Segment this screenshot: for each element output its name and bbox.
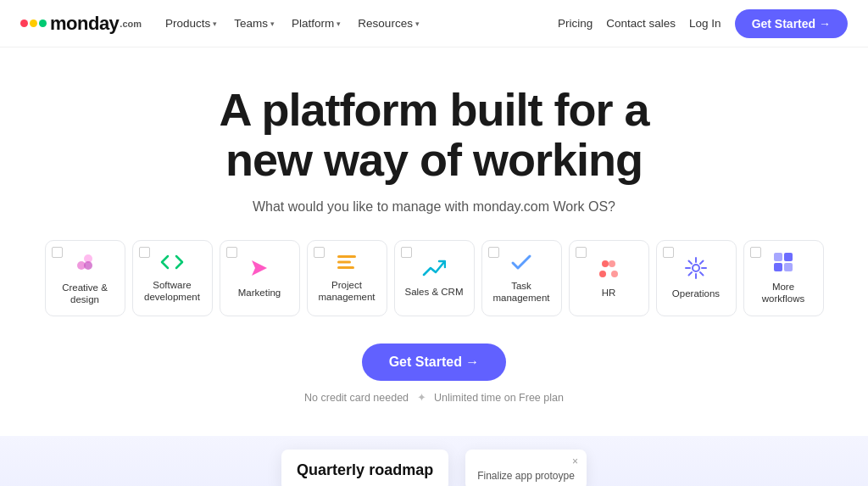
svg-marker-3 (252, 260, 267, 276)
navbar: monday.com Products▾ Teams▾ Platform▾ Re… (0, 0, 868, 47)
hero-section: A platform built for a new way of workin… (0, 47, 868, 427)
card-checkbox[interactable] (488, 247, 499, 258)
project-icon (336, 253, 358, 275)
cta-note: No credit card needed ✦ Unlimited time o… (17, 391, 851, 404)
workflow-label-marketing: Marketing (238, 288, 281, 299)
task-icon (509, 252, 533, 276)
card-checkbox[interactable] (401, 247, 412, 258)
bottom-preview: Quarterly roadmap × Finalize app protoyp… (0, 436, 868, 486)
preview-small-card: × Finalize app protoype (465, 450, 587, 486)
svg-rect-23 (784, 263, 793, 271)
svg-rect-20 (774, 253, 782, 261)
svg-rect-10 (611, 271, 618, 277)
hero-get-started-button[interactable]: Get Started → (362, 344, 507, 381)
workflow-card-hr[interactable]: HR (569, 240, 649, 316)
nav-resources[interactable]: Resources▾ (358, 17, 420, 30)
svg-point-11 (693, 265, 699, 271)
workflow-label-project: Projectmanagement (318, 280, 375, 304)
svg-line-17 (700, 272, 704, 276)
cta-section: Get Started → No credit card needed ✦ Un… (17, 340, 851, 411)
workflow-card-marketing[interactable]: Marketing (220, 240, 300, 316)
nav-links: Products▾ Teams▾ Platform▾ Resources▾ (165, 17, 420, 30)
navbar-left: monday.com Products▾ Teams▾ Platform▾ Re… (20, 13, 420, 35)
card-checkbox[interactable] (52, 247, 63, 258)
card-checkbox[interactable] (226, 247, 237, 258)
workflow-card-project[interactable]: Projectmanagement (307, 240, 387, 316)
workflow-label-creative: Creative &design (62, 282, 108, 306)
workflow-label-hr: HR (602, 288, 616, 299)
hr-icon (598, 257, 620, 282)
preview-roadmap-card: Quarterly roadmap (281, 450, 448, 486)
card-checkbox[interactable] (314, 247, 325, 258)
workflow-label-software: Softwaredevelopment (144, 280, 200, 304)
nav-login[interactable]: Log In (689, 17, 721, 30)
nav-pricing[interactable]: Pricing (558, 17, 593, 30)
nav-teams[interactable]: Teams▾ (234, 17, 275, 30)
card-checkbox[interactable] (576, 247, 587, 258)
svg-rect-4 (337, 255, 356, 258)
sales-icon (422, 258, 446, 282)
svg-rect-21 (784, 253, 793, 261)
chevron-down-icon: ▾ (415, 20, 420, 28)
creative-icon (73, 250, 97, 277)
chevron-down-icon: ▾ (337, 20, 341, 28)
logo-dot-red (20, 20, 28, 27)
svg-line-16 (689, 260, 693, 264)
svg-rect-9 (599, 271, 606, 277)
svg-line-19 (689, 272, 693, 276)
navbar-right: Pricing Contact sales Log In Get Started… (558, 9, 848, 38)
workflow-card-software[interactable]: Softwaredevelopment (132, 240, 213, 316)
card-checkbox[interactable] (663, 247, 674, 258)
workflow-grid: Creative &design Softwaredevelopment Mar… (17, 240, 851, 316)
nav-contact-sales[interactable]: Contact sales (606, 17, 676, 30)
navbar-get-started-button[interactable]: Get Started → (735, 9, 848, 38)
workflow-label-more: Moreworkflows (762, 282, 804, 305)
svg-rect-5 (337, 260, 351, 263)
workflow-card-creative[interactable]: Creative &design (45, 240, 125, 316)
workflow-card-more[interactable]: Moreworkflows (743, 240, 824, 316)
workflow-card-operations[interactable]: Operations (656, 240, 737, 316)
chevron-down-icon: ▾ (270, 20, 275, 28)
nav-platform[interactable]: Platform▾ (292, 17, 341, 30)
workflow-card-task[interactable]: Taskmanagement (481, 240, 562, 316)
brand-suffix: .com (120, 19, 142, 29)
svg-point-7 (602, 260, 609, 267)
svg-rect-22 (774, 263, 782, 271)
workflow-label-task: Taskmanagement (492, 281, 549, 304)
card-checkbox[interactable] (750, 247, 761, 258)
separator-icon: ✦ (417, 392, 426, 404)
card-checkbox[interactable] (139, 247, 150, 258)
hero-subtitle: What would you like to manage with monda… (17, 199, 851, 215)
brand-name: monday (50, 13, 119, 35)
svg-point-2 (84, 261, 92, 270)
operations-icon (684, 256, 708, 283)
nav-products[interactable]: Products▾ (165, 17, 217, 30)
svg-point-8 (609, 260, 615, 267)
logo[interactable]: monday.com (20, 13, 142, 35)
svg-line-18 (700, 260, 704, 264)
logo-dot-yellow (30, 20, 37, 27)
preview-small-card-label: Finalize app protoype (477, 470, 575, 482)
preview-card-title: Quarterly roadmap (297, 461, 433, 479)
svg-rect-6 (337, 266, 354, 269)
hero-title: A platform built for a new way of workin… (17, 85, 851, 186)
workflow-card-sales[interactable]: Sales & CRM (394, 240, 475, 316)
software-icon (160, 253, 184, 275)
close-icon[interactable]: × (572, 455, 578, 467)
chevron-down-icon: ▾ (213, 20, 217, 28)
marketing-icon (248, 257, 270, 282)
workflow-label-operations: Operations (672, 288, 720, 300)
more-workflows-icon (772, 251, 794, 277)
workflow-label-sales: Sales & CRM (404, 287, 463, 299)
logo-dot-green (39, 20, 47, 27)
logo-icon (20, 20, 47, 27)
